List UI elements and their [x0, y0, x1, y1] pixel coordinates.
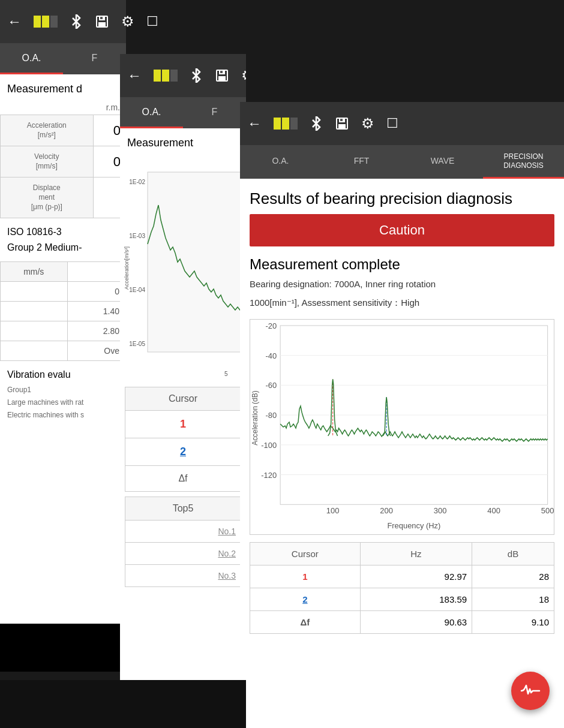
tab-precision-diagnosis[interactable]: PRECISIONDIAGNOSIS: [483, 145, 564, 179]
chart-area-2: 1E-02 1E-03 1E-04 1E-05 5 Acceleration[m…: [120, 154, 246, 382]
save-button-1[interactable]: [95, 14, 109, 29]
bluetooth-icon-2[interactable]: [190, 68, 203, 83]
bluetooth-icon-1[interactable]: [70, 14, 83, 29]
svg-text:5: 5: [224, 371, 228, 377]
cursor-row-2: 2 183.59 18: [250, 588, 554, 611]
svg-text:200: 200: [380, 506, 393, 515]
svg-rect-14: [148, 172, 242, 352]
cursor-panel: Cursor 1 2 Δf: [125, 387, 241, 492]
section-title-1: Measurement d: [0, 74, 126, 100]
svg-text:100: 100: [326, 506, 340, 515]
window-1: O.A. F Measurement d r.m. Acceleration[m…: [0, 0, 126, 672]
toolbar-2: [120, 54, 246, 97]
col-cursor: Cursor: [250, 543, 361, 565]
section-title-2: Measurement: [120, 128, 246, 154]
tabs-bar-1: O.A. F: [0, 43, 126, 74]
tab-oa-3[interactable]: O.A.: [240, 145, 321, 179]
settings-icon-1[interactable]: [121, 13, 134, 30]
svg-rect-6: [218, 76, 226, 80]
fullscreen-icon-3[interactable]: [386, 116, 398, 131]
col-db: dB: [472, 543, 554, 565]
cursor-delta-db: 9.10: [472, 611, 554, 634]
back-button-2[interactable]: [127, 67, 142, 84]
caution-bar: Caution: [250, 214, 554, 246]
cursor-row-1[interactable]: 1: [125, 411, 241, 438]
tab-f-1[interactable]: F: [63, 43, 126, 74]
cursor-2-label[interactable]: 2: [125, 438, 241, 465]
battery-icon-3: [274, 118, 298, 130]
svg-text:-60: -60: [266, 381, 277, 390]
svg-text:1E-04: 1E-04: [129, 287, 145, 293]
chart-svg-2: 1E-02 1E-03 1E-04 1E-05 5 Acceleration[m…: [122, 154, 246, 382]
svg-rect-3: [100, 17, 103, 19]
tab-oa-2[interactable]: O.A.: [120, 97, 183, 128]
svg-text:-100: -100: [261, 441, 277, 450]
settings-icon-3[interactable]: [361, 115, 374, 132]
svg-text:1E-03: 1E-03: [129, 233, 145, 239]
back-button-3[interactable]: [247, 115, 262, 132]
back-button-1[interactable]: [7, 13, 22, 30]
fft-chart-container: -20 -40 -60 -80 -100 -120 100 200 300 40…: [250, 319, 554, 535]
svg-text:-80: -80: [266, 411, 277, 420]
tab-fft[interactable]: FFT: [321, 145, 402, 179]
tab-oa-1[interactable]: O.A.: [0, 43, 63, 74]
bottom-black-overlay: [0, 680, 246, 728]
cursor-table-container: Cursor Hz dB 1 92.97 28 2 183.59 18 Δf: [250, 542, 554, 634]
toolbar-1: [0, 0, 126, 43]
window-2: O.A. F Measurement 1E-02 1E-03 1E-04 1E-…: [120, 54, 246, 702]
cursor-row-2[interactable]: 2: [125, 438, 241, 466]
results-title: Results of bearing precision diagnosis: [240, 179, 564, 214]
group-label: Group 2 Medium-: [0, 240, 126, 261]
cursor-delta-row: Δf 90.63 9.10: [250, 611, 554, 634]
cursor-2-db: 18: [472, 588, 554, 611]
svg-text:Acceleration (dB): Acceleration (dB): [251, 390, 259, 445]
vib-sub2: Large machines with rat: [0, 396, 126, 409]
rms-label: r.m.: [0, 100, 126, 115]
top5-row-3[interactable]: No.3: [125, 565, 241, 586]
svg-text:1E-05: 1E-05: [129, 341, 145, 347]
svg-text:1E-02: 1E-02: [129, 179, 145, 185]
svg-text:-20: -20: [266, 321, 277, 330]
settings-icon-2[interactable]: [241, 67, 246, 84]
fullscreen-icon-1[interactable]: [146, 14, 158, 29]
svg-rect-2: [98, 22, 106, 26]
cursor-2-cell: 2: [250, 588, 361, 611]
svg-text:Frequency (Hz): Frequency (Hz): [387, 521, 440, 530]
tabs-bar-2: O.A. F: [120, 97, 246, 128]
velocity-table: mm/s 0 1.40 2.80 Ove: [0, 261, 126, 361]
toolbar-3: [240, 102, 564, 145]
svg-text:500: 500: [541, 506, 554, 515]
svg-text:Acceleration[m/s²]: Acceleration[m/s²]: [124, 246, 130, 290]
fab-button[interactable]: [511, 672, 550, 710]
heartbeat-icon: [520, 681, 541, 701]
cursor-header: Cursor: [125, 387, 241, 411]
cursor-1-cell: 1: [250, 565, 361, 588]
svg-text:300: 300: [434, 506, 447, 515]
cursor-1-label[interactable]: 1: [125, 411, 241, 438]
fft-chart-svg: -20 -40 -60 -80 -100 -120 100 200 300 40…: [250, 320, 554, 534]
bluetooth-icon-3[interactable]: [310, 116, 323, 131]
measurement-complete: Measurement complete: [240, 246, 564, 275]
svg-text:-40: -40: [266, 351, 277, 360]
top5-row-2[interactable]: No.2: [125, 543, 241, 565]
cursor-table: Cursor Hz dB 1 92.97 28 2 183.59 18 Δf: [250, 542, 554, 634]
tab-f-2[interactable]: F: [183, 97, 246, 128]
top5-header: Top5: [125, 497, 241, 521]
measurement-table-1: Acceleration[m/s²] 0 Velocity[mm/s] 0 Di…: [0, 115, 126, 218]
cursor-delta-hz: 90.63: [360, 611, 472, 634]
vib-sub1: Group1: [0, 384, 126, 396]
save-button-2[interactable]: [215, 68, 229, 83]
svg-text:-120: -120: [261, 471, 277, 480]
col-hz: Hz: [360, 543, 472, 565]
bearing-info-line1: Bearing designation: 7000A, Inner ring r…: [240, 275, 564, 294]
vibration-label: Vibration evalu: [0, 361, 126, 384]
cursor-delta-row: Δf: [125, 466, 241, 491]
tab-wave[interactable]: WAVE: [402, 145, 483, 179]
bearing-info-line2: 1000[min⁻¹], Assessment sensitivity：High: [240, 294, 564, 312]
cursor-delta-label: Δf: [125, 466, 241, 491]
cursor-row-1: 1 92.97 28: [250, 565, 554, 588]
battery-icon-1: [34, 16, 58, 28]
vib-sub3: Electric machines with s: [0, 409, 126, 422]
save-button-3[interactable]: [335, 116, 349, 131]
top5-row-1[interactable]: No.1: [125, 521, 241, 543]
